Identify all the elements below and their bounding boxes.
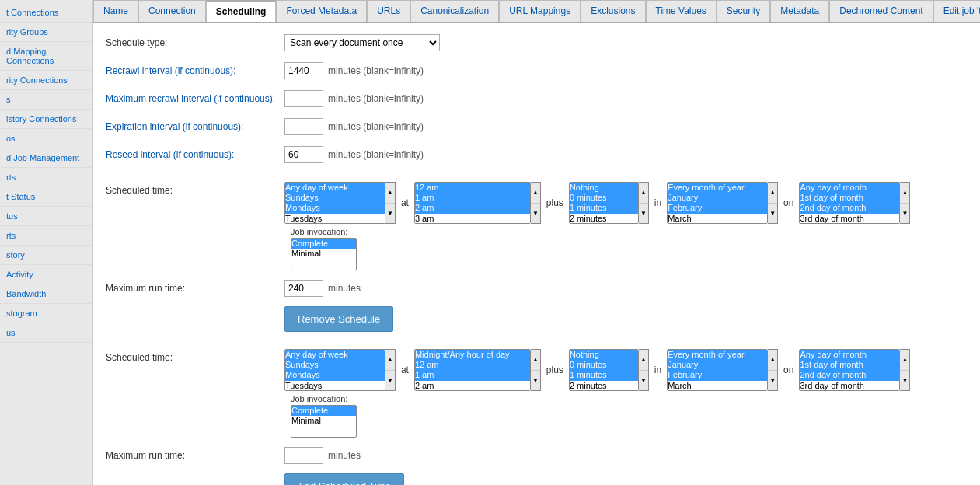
tab-time-values[interactable]: Time Values: [646, 0, 717, 22]
tab-scheduling[interactable]: Scheduling: [206, 0, 277, 22]
month-up-btn-1[interactable]: ▲: [768, 183, 777, 204]
expiration-suffix: minutes (blank=infinity): [328, 121, 424, 132]
offset-listbox-1: Nothing 0 minutes 1 minutes 2 minutes ▲ …: [569, 182, 649, 224]
dom-down-btn-2[interactable]: ▼: [900, 371, 909, 391]
sidebar-item-connections[interactable]: t Connections: [0, 3, 92, 23]
month-select-1[interactable]: Every month of year January February Mar…: [667, 182, 768, 224]
day-down-btn-1[interactable]: ▼: [385, 204, 395, 224]
max-run-input-2[interactable]: [284, 447, 323, 464]
main-content: Name Connection Scheduling Forced Metada…: [93, 0, 980, 485]
offset-down-btn-1[interactable]: ▼: [639, 204, 648, 224]
on-label-1: on: [781, 197, 796, 208]
dom-up-btn-2[interactable]: ▲: [900, 350, 909, 371]
add-scheduled-time-button[interactable]: Add Scheduled Time: [284, 473, 404, 485]
plus-label-1: plus: [544, 197, 566, 208]
max-run-label-2: Maximum run time:: [106, 450, 284, 461]
sidebar-item-tus[interactable]: tus: [0, 207, 92, 226]
tab-connection[interactable]: Connection: [138, 0, 206, 22]
reseed-input[interactable]: [284, 146, 323, 163]
offset-up-btn-1[interactable]: ▲: [639, 183, 648, 204]
sidebar-item-bandwidth[interactable]: Bandwidth: [0, 284, 92, 304]
max-run-label-1: Maximum run time:: [106, 283, 284, 294]
scheduled-time-row-1: Scheduled time: Any day of week Sundays …: [106, 182, 968, 270]
job-inv-select-2[interactable]: Complete Minimal: [291, 405, 357, 438]
day-select-1[interactable]: Any day of week Sundays Mondays Tuesdays…: [284, 182, 385, 224]
day-up-btn-1[interactable]: ▲: [385, 183, 395, 204]
tab-dechromed-content[interactable]: Dechromed Content: [829, 0, 933, 22]
sidebar-item-s[interactable]: s: [0, 90, 92, 110]
schedule-type-select[interactable]: Scan every document once Continuous craw…: [284, 34, 440, 51]
tab-metadata[interactable]: Metadata: [770, 0, 829, 22]
max-recrawl-input[interactable]: [284, 90, 323, 107]
time-select-2[interactable]: Midnight/Any hour of day 12 am 1 am 2 am: [414, 349, 531, 391]
max-run-row-2: Maximum run time: minutes: [106, 445, 968, 466]
job-inv-select-1[interactable]: Complete Minimal: [291, 238, 357, 270]
sidebar-item-rity-connections[interactable]: rity Connections: [0, 71, 92, 90]
day-listbox-2: Any day of week Sundays Mondays Tuesdays…: [284, 349, 396, 391]
tab-security[interactable]: Security: [717, 0, 770, 22]
time-select-1[interactable]: 12 am 1 am 2 am 3 am: [414, 182, 531, 224]
month-arrows-2: ▲ ▼: [768, 349, 778, 391]
sidebar-item-rity-groups[interactable]: rity Groups: [0, 23, 92, 42]
offset-up-btn-2[interactable]: ▲: [639, 350, 648, 371]
sidebar-item-mapping-connections[interactable]: d Mapping Connections: [0, 42, 92, 71]
tab-canonicalization[interactable]: Canonicalization: [410, 0, 499, 22]
at-label-1: at: [399, 197, 411, 208]
sidebar-item-status[interactable]: t Status: [0, 187, 92, 207]
job-invocation-label-2: Job invocation:: [291, 394, 357, 403]
sidebar-item-os[interactable]: os: [0, 129, 92, 148]
time-down-btn-2[interactable]: ▼: [531, 371, 540, 391]
add-scheduled-time-row: Add Scheduled Time: [106, 473, 968, 485]
tab-name[interactable]: Name: [93, 0, 138, 22]
tab-url-mappings[interactable]: URL Mappings: [499, 0, 581, 22]
max-run-suffix-2: minutes: [328, 450, 361, 461]
dom-select-1[interactable]: Any day of month 1st day of month 2nd da…: [799, 182, 900, 224]
day-up-btn-2[interactable]: ▲: [385, 350, 395, 371]
day-arrows-1: ▲ ▼: [385, 182, 396, 224]
time-arrows-2: ▲ ▼: [531, 349, 541, 391]
expiration-input[interactable]: [284, 118, 323, 135]
offset-arrows-2: ▲ ▼: [639, 349, 649, 391]
offset-down-btn-2[interactable]: ▼: [639, 371, 648, 391]
dom-down-btn-1[interactable]: ▼: [900, 204, 909, 224]
recrawl-row: Recrawl interval (if continuous): minute…: [106, 61, 968, 81]
offset-select-1[interactable]: Nothing 0 minutes 1 minutes 2 minutes: [569, 182, 639, 224]
offset-select-2[interactable]: Nothing 0 minutes 1 minutes 2 minutes: [569, 349, 639, 391]
dom-select-2[interactable]: Any day of month 1st day of month 2nd da…: [799, 349, 900, 391]
time-up-btn-1[interactable]: ▲: [531, 183, 540, 204]
tab-urls[interactable]: URLs: [367, 0, 410, 22]
sidebar-item-story[interactable]: story: [0, 246, 92, 265]
remove-schedule-button[interactable]: Remove Schedule: [284, 306, 393, 332]
sidebar-item-rts[interactable]: rts: [0, 168, 92, 187]
sidebar-item-job-management[interactable]: d Job Management: [0, 148, 92, 168]
max-recrawl-label: Maximum recrawl interval (if continuous)…: [106, 93, 284, 104]
at-label-2: at: [399, 365, 411, 375]
sidebar-item-istory-connections[interactable]: istory Connections: [0, 110, 92, 129]
expiration-row: Expiration interval (if continuous): min…: [106, 117, 968, 137]
tab-exclusions[interactable]: Exclusions: [581, 0, 645, 22]
reseed-row: Reseed interval (if continuous): minutes…: [106, 145, 968, 165]
tab-edit-job[interactable]: Edit job 'test': [933, 0, 980, 22]
month-down-btn-2[interactable]: ▼: [768, 371, 777, 391]
tab-forced-metadata[interactable]: Forced Metadata: [276, 0, 367, 22]
day-down-btn-2[interactable]: ▼: [385, 371, 395, 391]
sidebar-item-stogram[interactable]: stogram: [0, 304, 92, 323]
max-run-input-1[interactable]: [284, 280, 323, 297]
sidebar-item-us[interactable]: us: [0, 323, 92, 343]
sidebar-item-activity[interactable]: Activity: [0, 265, 92, 284]
time-up-btn-2[interactable]: ▲: [531, 350, 540, 371]
month-up-btn-2[interactable]: ▲: [768, 350, 777, 371]
day-select-2[interactable]: Any day of week Sundays Mondays Tuesdays: [284, 349, 385, 391]
month-down-btn-1[interactable]: ▼: [768, 204, 777, 224]
remove-schedule-row: Remove Schedule: [106, 306, 968, 332]
in-label-1: in: [652, 197, 664, 208]
time-down-btn-1[interactable]: ▼: [531, 204, 540, 224]
dom-up-btn-1[interactable]: ▲: [900, 183, 909, 204]
recrawl-label: Recrawl interval (if continuous):: [106, 65, 284, 76]
job-invocation-1: Job invocation: Complete Minimal: [291, 227, 357, 270]
recrawl-suffix: minutes (blank=infinity): [328, 65, 424, 76]
month-select-2[interactable]: Every month of year January February Mar…: [667, 349, 768, 391]
sidebar-item-rts2[interactable]: rts: [0, 226, 92, 246]
recrawl-input[interactable]: [284, 62, 323, 79]
sidebar: t Connections rity Groups d Mapping Conn…: [0, 0, 93, 485]
